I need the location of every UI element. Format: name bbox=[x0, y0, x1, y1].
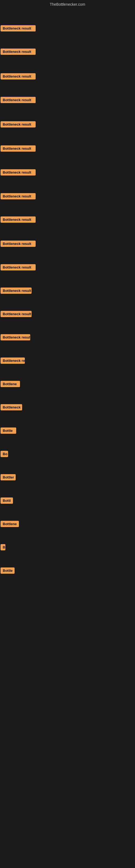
result-section-7: Bottleneck result bbox=[1, 169, 36, 177]
result-section-1: Bottleneck result bbox=[1, 25, 36, 33]
result-section-18: Bottle bbox=[1, 428, 16, 435]
result-section-10: Bottleneck result bbox=[1, 241, 36, 248]
bottleneck-badge-6[interactable]: Bottleneck result bbox=[1, 145, 36, 152]
result-section-6: Bottleneck result bbox=[1, 145, 36, 153]
bottleneck-badge-4[interactable]: Bottleneck result bbox=[1, 97, 36, 103]
bottleneck-badge-15[interactable]: Bottleneck re bbox=[1, 358, 25, 364]
bottleneck-badge-3[interactable]: Bottleneck result bbox=[1, 73, 36, 80]
result-section-19: Bo bbox=[1, 451, 8, 458]
result-section-8: Bottleneck result bbox=[1, 193, 36, 200]
result-section-15: Bottleneck re bbox=[1, 358, 25, 365]
result-section-9: Bottleneck result bbox=[1, 216, 36, 224]
bottleneck-badge-10[interactable]: Bottleneck result bbox=[1, 241, 36, 247]
result-section-24: Bottle bbox=[1, 567, 14, 575]
bottleneck-badge-18[interactable]: Bottle bbox=[1, 428, 16, 434]
bottleneck-badge-24[interactable]: Bottle bbox=[1, 567, 14, 574]
bottleneck-badge-21[interactable]: Bottl bbox=[1, 497, 13, 504]
bottleneck-badge-22[interactable]: Bottlene bbox=[1, 521, 19, 527]
result-section-12: Bottleneck result bbox=[1, 287, 32, 295]
result-section-11: Bottleneck result bbox=[1, 264, 36, 272]
result-section-2: Bottleneck result bbox=[1, 49, 36, 56]
bottleneck-badge-7[interactable]: Bottleneck result bbox=[1, 169, 36, 176]
result-section-20: Bottler bbox=[1, 474, 16, 482]
result-section-22: Bottlene bbox=[1, 521, 19, 528]
bottleneck-badge-20[interactable]: Bottler bbox=[1, 474, 16, 480]
bottleneck-badge-2[interactable]: Bottleneck result bbox=[1, 49, 36, 55]
bottleneck-badge-16[interactable]: Bottlene bbox=[1, 381, 20, 387]
bottleneck-badge-9[interactable]: Bottleneck result bbox=[1, 216, 36, 223]
result-section-16: Bottlene bbox=[1, 381, 20, 388]
bottleneck-badge-5[interactable]: Bottleneck result bbox=[1, 121, 36, 127]
result-section-3: Bottleneck result bbox=[1, 73, 36, 81]
result-section-23: B bbox=[1, 544, 5, 552]
result-section-17: Bottleneck bbox=[1, 404, 22, 411]
result-section-4: Bottleneck result bbox=[1, 97, 36, 104]
bottleneck-badge-14[interactable]: Bottleneck result bbox=[1, 334, 30, 340]
site-title: TheBottlenecker.com bbox=[0, 0, 135, 10]
bottleneck-badge-11[interactable]: Bottleneck result bbox=[1, 264, 36, 271]
bottleneck-badge-13[interactable]: Bottleneck result bbox=[1, 311, 32, 317]
bottleneck-badge-1[interactable]: Bottleneck result bbox=[1, 25, 36, 31]
result-section-13: Bottleneck result bbox=[1, 311, 32, 318]
bottleneck-badge-17[interactable]: Bottleneck bbox=[1, 404, 22, 410]
bottleneck-badge-19[interactable]: Bo bbox=[1, 451, 8, 457]
result-section-21: Bottl bbox=[1, 497, 13, 505]
bottleneck-badge-12[interactable]: Bottleneck result bbox=[1, 287, 32, 294]
bottleneck-badge-8[interactable]: Bottleneck result bbox=[1, 193, 36, 199]
result-section-14: Bottleneck result bbox=[1, 334, 30, 341]
bottleneck-badge-23[interactable]: B bbox=[1, 544, 5, 550]
result-section-5: Bottleneck result bbox=[1, 121, 36, 129]
